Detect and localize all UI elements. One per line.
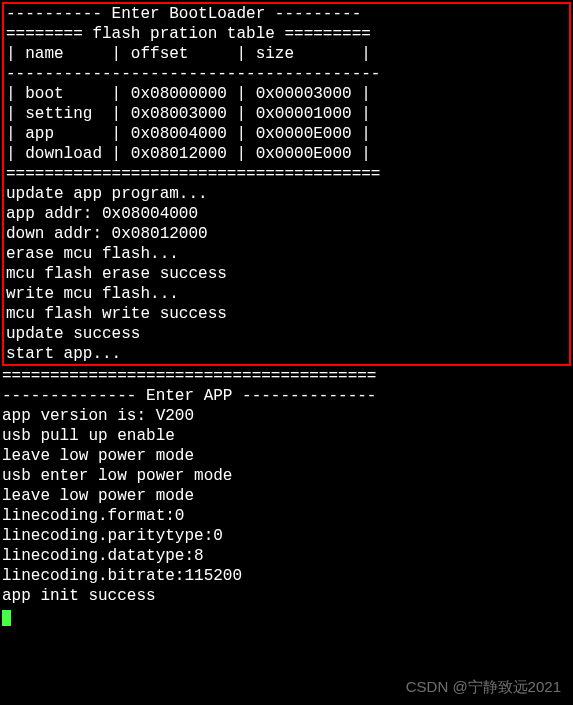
- flash-table-row: | boot | 0x08000000 | 0x00003000 |: [6, 84, 567, 104]
- app-log-line: leave low power mode: [2, 446, 571, 466]
- boot-log-line: update app program...: [6, 184, 567, 204]
- watermark-text: CSDN @宁静致远2021: [406, 678, 561, 697]
- boot-log-line: erase mcu flash...: [6, 244, 567, 264]
- flash-table-row: | setting | 0x08003000 | 0x00001000 |: [6, 104, 567, 124]
- boot-log-line: down addr: 0x08012000: [6, 224, 567, 244]
- app-separator: =======================================: [2, 366, 571, 386]
- flash-table-row: | download | 0x08012000 | 0x0000E000 |: [6, 144, 567, 164]
- boot-log-line: mcu flash write success: [6, 304, 567, 324]
- app-section: ======================================= …: [2, 366, 571, 626]
- boot-log-line: mcu flash erase success: [6, 264, 567, 284]
- boot-log-line: update success: [6, 324, 567, 344]
- flash-table-separator: ---------------------------------------: [6, 64, 567, 84]
- flash-table-end: =======================================: [6, 164, 567, 184]
- flash-table-row: | app | 0x08004000 | 0x0000E000 |: [6, 124, 567, 144]
- app-log-line: app init success: [2, 586, 571, 606]
- app-log-line: usb pull up enable: [2, 426, 571, 446]
- bootloader-section: ---------- Enter BootLoader --------- ==…: [2, 2, 571, 366]
- app-log-line: linecoding.datatype:8: [2, 546, 571, 566]
- app-log-line: usb enter low power mode: [2, 466, 571, 486]
- bootloader-header: ---------- Enter BootLoader ---------: [6, 4, 567, 24]
- boot-log-line: app addr: 0x08004000: [6, 204, 567, 224]
- boot-log-line: start app...: [6, 344, 567, 364]
- cursor-icon: [2, 610, 11, 626]
- app-log-line: linecoding.bitrate:115200: [2, 566, 571, 586]
- app-log-line: linecoding.paritytype:0: [2, 526, 571, 546]
- flash-table-header: | name | offset | size |: [6, 44, 567, 64]
- app-version: app version is: V200: [2, 406, 571, 426]
- app-log-line: leave low power mode: [2, 486, 571, 506]
- boot-log-line: write mcu flash...: [6, 284, 567, 304]
- flash-table-title: ======== flash pration table =========: [6, 24, 567, 44]
- cursor-line: [2, 606, 571, 626]
- app-header: -------------- Enter APP --------------: [2, 386, 571, 406]
- app-log-line: linecoding.format:0: [2, 506, 571, 526]
